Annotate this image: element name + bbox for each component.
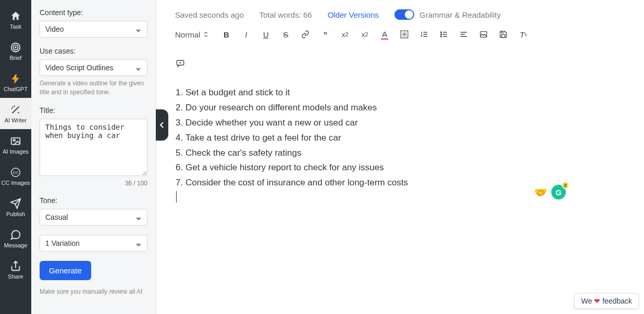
rail-label: Publish	[6, 211, 25, 217]
review-footnote: Make sure you manually review all AI	[40, 287, 147, 296]
title-label: Title:	[40, 106, 147, 115]
highlight-button[interactable]	[399, 29, 410, 40]
content-type-select[interactable]: Video	[40, 21, 147, 37]
format-select[interactable]: Normal	[175, 30, 212, 39]
subscript-button[interactable]: x2	[340, 29, 350, 40]
message-icon	[10, 229, 21, 241]
rail-label: Brief	[10, 55, 22, 61]
collapse-panel-button[interactable]	[156, 109, 168, 141]
strike-button[interactable]: S	[280, 29, 291, 40]
send-icon	[10, 198, 21, 209]
rail-publish[interactable]: Publish	[0, 192, 31, 223]
list-item: Take a test drive to get a feel for the …	[185, 131, 625, 146]
chevron-updown-icon	[203, 32, 208, 37]
main-area: Saved seconds ago Total words: 66 Older …	[156, 0, 644, 314]
saved-status: Saved seconds ago	[175, 10, 244, 19]
title-counter: 36 / 100	[40, 180, 147, 187]
chevron-left-icon	[159, 121, 165, 129]
use-cases-select[interactable]: Video Script Outlines	[40, 59, 147, 76]
ordered-list-button[interactable]	[419, 29, 429, 40]
content-list: Set a budget and stick to it Do your res…	[175, 85, 625, 191]
handshake-icon[interactable]: 🤝	[534, 186, 547, 198]
image-icon	[10, 135, 21, 147]
heart-icon: ❤	[594, 297, 600, 305]
use-cases-desc: Generate a video outline for the given t…	[40, 79, 147, 97]
text-cursor	[176, 191, 177, 203]
save-icon	[499, 30, 507, 39]
svg-point-8	[441, 32, 442, 33]
feedback-button[interactable]: We ❤ feedback	[574, 293, 639, 309]
rail-chatgpt[interactable]: ChatGPT	[0, 67, 31, 98]
share-icon	[10, 260, 21, 272]
svg-text:CC: CC	[13, 170, 19, 174]
image-icon	[479, 30, 488, 39]
underline-button[interactable]: U	[261, 29, 271, 40]
home-icon	[10, 10, 21, 22]
bold-button[interactable]: B	[221, 29, 231, 40]
list-item: Decide whether you want a new or used ca…	[185, 116, 625, 131]
rail-message[interactable]: Message	[0, 223, 31, 254]
save-button[interactable]	[498, 29, 509, 40]
rail-label: Task	[10, 23, 22, 30]
older-versions-link[interactable]: Older Versions	[328, 10, 379, 19]
topbar: Saved seconds ago Total words: 66 Older …	[156, 0, 644, 24]
link-button[interactable]	[300, 29, 311, 40]
title-input[interactable]	[40, 119, 147, 176]
list-item: Check the car's safety ratings	[185, 146, 625, 161]
comment-icon	[176, 59, 185, 68]
ul-icon	[440, 30, 448, 39]
cc-icon: CC	[10, 167, 21, 178]
list-item: Set a budget and stick to it	[185, 85, 625, 101]
variation-select[interactable]: 1 Variation	[40, 235, 147, 252]
rail-task[interactable]: Task	[0, 4, 31, 35]
rail-ai-writer[interactable]: AI Writer	[0, 98, 31, 129]
editor-toolbar: Normal B I U S ” x2 x2 A Tx	[156, 24, 644, 75]
grammarly-count: 2	[562, 182, 569, 189]
rail-label: ChatGPT	[4, 86, 28, 92]
list-item: Get a vehicle history report to check fo…	[185, 160, 625, 175]
link-icon	[301, 30, 309, 39]
rail-cc-images[interactable]: CC CC Images	[0, 160, 31, 192]
chat-icon	[10, 73, 21, 84]
tone-select[interactable]: Casual	[40, 209, 147, 225]
svg-point-9	[441, 34, 442, 35]
rail-ai-images[interactable]: AI Images	[0, 129, 31, 160]
float-widgets: 🤝 G 2	[534, 185, 566, 199]
use-cases-label: Use cases:	[40, 47, 147, 55]
svg-point-2	[15, 47, 16, 48]
sidebar-rail: Task Brief ChatGPT AI Writer AI Images C…	[0, 0, 31, 314]
grammar-toggle[interactable]	[394, 9, 414, 20]
grammarly-widget[interactable]: G 2	[551, 185, 566, 199]
target-icon	[10, 42, 21, 53]
unordered-list-button[interactable]	[439, 29, 449, 40]
rail-label: Message	[4, 242, 28, 248]
feedback-suffix: feedback	[602, 297, 632, 305]
align-button[interactable]	[459, 29, 469, 40]
rail-label: CC Images	[1, 180, 30, 186]
superscript-button[interactable]: x2	[360, 29, 370, 40]
insert-image-button[interactable]	[478, 29, 489, 40]
comment-button[interactable]	[175, 58, 185, 69]
italic-button[interactable]: I	[241, 29, 251, 40]
rail-label: AI Writer	[5, 117, 27, 123]
settings-panel: Content type: Video Use cases: Video Scr…	[31, 0, 156, 314]
wand-icon	[10, 104, 21, 116]
generate-button[interactable]: Generate	[40, 261, 91, 280]
quote-button[interactable]: ”	[320, 29, 330, 40]
ol-icon	[420, 30, 428, 39]
rail-label: Share	[8, 273, 23, 280]
svg-point-4	[13, 139, 15, 141]
align-icon	[460, 30, 468, 39]
format-value: Normal	[175, 30, 200, 39]
highlight-icon	[400, 30, 408, 39]
rail-share[interactable]: Share	[0, 254, 31, 285]
rail-brief[interactable]: Brief	[0, 35, 31, 67]
font-color-button[interactable]: A	[379, 29, 390, 40]
list-item: Do your research on different models and…	[185, 101, 625, 116]
svg-point-10	[441, 36, 442, 37]
clear-format-button[interactable]: Tx	[518, 29, 528, 40]
rail-label: AI Images	[3, 148, 29, 155]
editor-content[interactable]: Set a budget and stick to it Do your res…	[156, 75, 644, 216]
content-type-label: Content type:	[40, 8, 147, 17]
tone-label: Tone:	[40, 196, 147, 205]
